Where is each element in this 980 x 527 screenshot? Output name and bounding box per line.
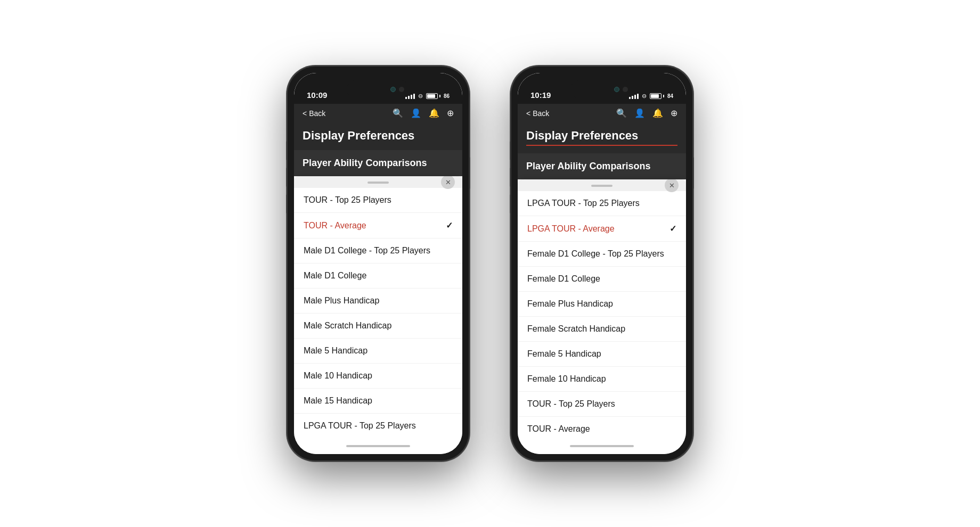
sheet-item-2-3[interactable]: Female D1 College xyxy=(518,267,686,292)
sheet-item-text-1-0: TOUR - Top 25 Players xyxy=(304,195,391,205)
phone-2: 10:19 ⊖ 84 < xyxy=(511,67,692,460)
sheet-list-2: LPGA TOUR - Top 25 PlayersLPGA TOUR - Av… xyxy=(518,191,686,438)
sheet-handle-1 xyxy=(368,182,389,184)
status-icons-1: ⊖ 86 xyxy=(405,93,450,100)
sheet-item-1-7[interactable]: Male 10 Handicap xyxy=(294,364,462,389)
section-title-1: Player Ability Comparisons xyxy=(303,158,454,169)
sheet-item-1-2[interactable]: Male D1 College - Top 25 Players xyxy=(294,238,462,264)
back-chevron-1: < xyxy=(303,109,307,118)
sheet-item-text-1-6: Male 5 Handicap xyxy=(304,346,368,356)
camera-dot-2 xyxy=(614,87,619,92)
battery-body-1 xyxy=(426,93,438,99)
search-icon-1[interactable]: 🔍 xyxy=(393,108,403,118)
sheet-item-2-2[interactable]: Female D1 College - Top 25 Players xyxy=(518,242,686,267)
sheet-item-text-1-8: Male 15 Handicap xyxy=(304,396,372,406)
phone-1: 10:09 ⊖ 86 < xyxy=(288,67,469,460)
sheet-close-button-1[interactable]: ✕ xyxy=(441,176,455,189)
sensor-dot-1 xyxy=(399,87,404,92)
sheet-item-2-4[interactable]: Female Plus Handicap xyxy=(518,292,686,317)
sheet-item-text-2-5: Female Scratch Handicap xyxy=(527,324,625,334)
signal-bar-2-3 xyxy=(634,95,636,99)
sheet-handle-area-1: ✕ xyxy=(294,176,462,188)
sensor-dot-2 xyxy=(623,87,628,92)
page-title-section-1: Display Preferences xyxy=(294,122,462,150)
sheet-item-2-9[interactable]: TOUR - Average xyxy=(518,417,686,438)
section-title-2: Player Ability Comparisons xyxy=(526,161,677,172)
nav-bar-1: < Back 🔍 👤 🔔 ⊕ xyxy=(294,104,462,122)
signal-bar-2-2 xyxy=(632,96,633,99)
sheet-item-1-0[interactable]: TOUR - Top 25 Players xyxy=(294,188,462,213)
battery-icon-1 xyxy=(426,93,440,99)
home-indicator-2 xyxy=(518,438,686,454)
battery-fill-1 xyxy=(427,94,435,98)
sheet-item-text-2-8: TOUR - Top 25 Players xyxy=(527,399,615,409)
sheet-item-text-1-9: LPGA TOUR - Top 25 Players xyxy=(304,421,416,431)
wifi-icon-2: ⊖ xyxy=(642,93,647,100)
wifi-icon-1: ⊖ xyxy=(418,93,423,100)
sheet-item-2-1[interactable]: LPGA TOUR - Average✓ xyxy=(518,216,686,242)
sheet-item-text-1-3: Male D1 College xyxy=(304,271,366,281)
bell-icon-1[interactable]: 🔔 xyxy=(429,108,439,118)
sheet-item-1-4[interactable]: Male Plus Handicap xyxy=(294,289,462,314)
battery-fill-2 xyxy=(651,94,659,98)
sheet-item-text-1-1: TOUR - Average xyxy=(304,221,366,230)
signal-bar-4 xyxy=(413,94,415,99)
sheet-list-1: TOUR - Top 25 PlayersTOUR - Average✓Male… xyxy=(294,188,462,438)
checkmark-2-1: ✓ xyxy=(669,224,676,234)
page-title-1: Display Preferences xyxy=(303,129,454,143)
sheet-item-2-7[interactable]: Female 10 Handicap xyxy=(518,367,686,392)
dynamic-island-2 xyxy=(570,80,633,98)
sheet-item-text-2-4: Female Plus Handicap xyxy=(527,299,613,309)
phone-screen-1: 10:09 ⊖ 86 < xyxy=(294,73,462,454)
section-header-1: Player Ability Comparisons xyxy=(294,150,462,176)
signal-bar-2-4 xyxy=(637,94,639,99)
sheet-item-2-0[interactable]: LPGA TOUR - Top 25 Players xyxy=(518,191,686,216)
sheet-item-text-1-4: Male Plus Handicap xyxy=(304,296,379,306)
camera-dot-1 xyxy=(390,87,396,92)
home-indicator-1 xyxy=(294,438,462,454)
bottom-sheet-2: ✕ LPGA TOUR - Top 25 PlayersLPGA TOUR - … xyxy=(518,179,686,438)
sheet-item-1-3[interactable]: Male D1 College xyxy=(294,264,462,289)
back-label-1: Back xyxy=(309,109,325,118)
page-title-2: Display Preferences xyxy=(526,129,677,143)
back-label-2: Back xyxy=(533,109,549,118)
sheet-item-1-6[interactable]: Male 5 Handicap xyxy=(294,339,462,364)
battery-body-2 xyxy=(650,93,662,99)
sheet-item-text-2-7: Female 10 Handicap xyxy=(527,374,606,384)
sheet-item-1-1[interactable]: TOUR - Average✓ xyxy=(294,213,462,238)
battery-label-2: 84 xyxy=(667,93,673,99)
person-icon-1[interactable]: 👤 xyxy=(411,108,421,118)
sheet-close-button-2[interactable]: ✕ xyxy=(665,179,679,192)
battery-label-1: 86 xyxy=(444,93,450,99)
sheet-item-text-2-2: Female D1 College - Top 25 Players xyxy=(527,249,664,259)
sheet-item-2-5[interactable]: Female Scratch Handicap xyxy=(518,317,686,342)
page-title-section-2: Display Preferences xyxy=(518,122,686,153)
sheet-item-text-1-7: Male 10 Handicap xyxy=(304,371,372,381)
checkmark-1-1: ✓ xyxy=(446,220,453,230)
sheet-handle-2 xyxy=(591,185,612,187)
section-header-2: Player Ability Comparisons xyxy=(518,153,686,179)
sheet-item-2-6[interactable]: Female 5 Handicap xyxy=(518,342,686,367)
dynamic-island-1 xyxy=(347,80,410,98)
sheet-item-1-5[interactable]: Male Scratch Handicap xyxy=(294,314,462,339)
bell-icon-2[interactable]: 🔔 xyxy=(652,108,663,118)
battery-tip-2 xyxy=(663,95,664,97)
signal-bar-3 xyxy=(411,95,412,99)
back-button-2[interactable]: < Back xyxy=(526,109,549,118)
sheet-item-text-2-3: Female D1 College xyxy=(527,274,600,284)
plus-icon-1[interactable]: ⊕ xyxy=(447,108,454,118)
home-bar-2 xyxy=(570,445,634,447)
page-title-underline-2 xyxy=(526,145,677,146)
status-icons-2: ⊖ 84 xyxy=(629,93,673,100)
sheet-handle-area-2: ✕ xyxy=(518,179,686,191)
search-icon-2[interactable]: 🔍 xyxy=(616,108,627,118)
bottom-sheet-1: ✕ TOUR - Top 25 PlayersTOUR - Average✓Ma… xyxy=(294,176,462,438)
back-button-1[interactable]: < Back xyxy=(303,109,325,118)
sheet-item-text-2-1: LPGA TOUR - Average xyxy=(527,224,615,234)
sheet-item-text-2-0: LPGA TOUR - Top 25 Players xyxy=(527,199,640,208)
plus-icon-2[interactable]: ⊕ xyxy=(671,108,677,118)
sheet-item-1-9[interactable]: LPGA TOUR - Top 25 Players xyxy=(294,414,462,438)
sheet-item-2-8[interactable]: TOUR - Top 25 Players xyxy=(518,392,686,417)
sheet-item-1-8[interactable]: Male 15 Handicap xyxy=(294,389,462,414)
person-icon-2[interactable]: 👤 xyxy=(634,108,645,118)
